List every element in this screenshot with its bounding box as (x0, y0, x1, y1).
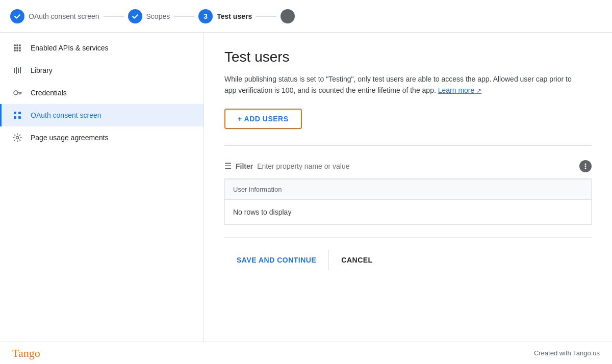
action-buttons: SAVE AND CONTINUE CANCEL (224, 237, 592, 270)
footer: Tango Created with Tango.us (0, 342, 612, 364)
wizard-number-test-users: 3 (198, 9, 213, 23)
sidebar: Enabled APIs & services Library (0, 33, 204, 342)
svg-rect-20 (18, 116, 21, 119)
sidebar-item-credentials[interactable]: Credentials (0, 82, 203, 104)
sidebar-item-oauth[interactable]: OAuth consent screen (0, 104, 203, 126)
grid-icon (12, 43, 22, 53)
svg-rect-19 (14, 116, 16, 119)
footer-credit: Created with Tango.us (534, 349, 600, 357)
user-table: User information No rows to display (224, 179, 592, 225)
svg-point-22 (585, 163, 586, 165)
sidebar-item-label-page-usage: Page usage agreements (31, 134, 109, 142)
library-icon (12, 65, 22, 75)
svg-rect-11 (18, 68, 19, 73)
wizard-step-scopes: Scopes (128, 9, 170, 23)
apps-icon (12, 110, 22, 120)
svg-point-0 (14, 44, 16, 46)
key-icon (12, 88, 22, 98)
cancel-button[interactable]: CANCEL (329, 250, 385, 270)
svg-point-24 (585, 167, 586, 169)
sidebar-item-page-usage[interactable]: Page usage agreements (0, 126, 203, 149)
filter-row: ☰ Filter (224, 154, 592, 179)
svg-point-21 (16, 137, 19, 139)
sidebar-item-label-oauth: OAuth consent screen (31, 111, 101, 119)
sidebar-item-label-credentials: Credentials (31, 89, 67, 97)
svg-point-23 (585, 165, 586, 167)
svg-point-6 (14, 49, 16, 51)
svg-rect-17 (14, 112, 16, 114)
svg-point-8 (19, 49, 21, 51)
filter-icon: ☰ (224, 161, 232, 171)
svg-point-1 (16, 44, 18, 46)
settings-icon (12, 133, 22, 143)
table-empty-message: No rows to display (225, 200, 591, 224)
wizard-sep-3 (256, 16, 276, 17)
wizard-sep-1 (104, 16, 124, 17)
svg-point-2 (19, 44, 21, 46)
main-layout: Enabled APIs & services Library (0, 33, 612, 342)
svg-point-7 (16, 49, 18, 51)
sidebar-item-enabled-apis[interactable]: Enabled APIs & services (0, 37, 203, 59)
page-title: Test users (224, 49, 592, 65)
wizard-sep-2 (174, 16, 194, 17)
svg-rect-18 (18, 112, 21, 114)
wizard-step-oauth: OAuth consent screen (10, 9, 99, 23)
svg-point-3 (14, 47, 16, 49)
wizard-step-label-oauth: OAuth consent screen (29, 12, 99, 20)
wizard-step-label-test-users: Test users (217, 12, 252, 20)
external-link-icon: ↗ (476, 87, 481, 94)
svg-point-4 (16, 47, 18, 49)
wizard-step-label-scopes: Scopes (146, 12, 170, 20)
filter-input[interactable] (257, 162, 575, 170)
wizard-bar: OAuth consent screen Scopes 3 Test users (0, 0, 612, 33)
filter-more-icon[interactable] (579, 160, 592, 172)
filter-section: ☰ Filter User information No rows to dis… (224, 145, 592, 225)
save-and-continue-button[interactable]: SAVE AND CONTINUE (224, 250, 329, 270)
svg-rect-12 (20, 67, 21, 73)
description-text: While publishing status is set to "Testi… (224, 73, 581, 96)
add-users-button[interactable]: + ADD USERS (224, 109, 302, 129)
learn-more-link[interactable]: Learn more ↗ (438, 86, 481, 94)
wizard-step-test-users: 3 Test users (198, 9, 252, 23)
sidebar-item-library[interactable]: Library (0, 59, 203, 82)
tango-logo: Tango (12, 347, 40, 360)
svg-point-5 (19, 47, 21, 49)
sidebar-item-label-library: Library (31, 66, 53, 74)
table-header-user-info: User information (225, 179, 591, 200)
wizard-check-scopes (128, 9, 142, 23)
content-area: Test users While publishing status is se… (204, 33, 612, 342)
svg-rect-9 (14, 68, 15, 73)
wizard-avatar (280, 9, 295, 23)
svg-point-13 (14, 91, 18, 95)
wizard-check-oauth (10, 9, 24, 23)
sidebar-item-label-enabled-apis: Enabled APIs & services (31, 44, 109, 52)
filter-label: Filter (236, 162, 253, 170)
svg-rect-10 (16, 67, 17, 74)
